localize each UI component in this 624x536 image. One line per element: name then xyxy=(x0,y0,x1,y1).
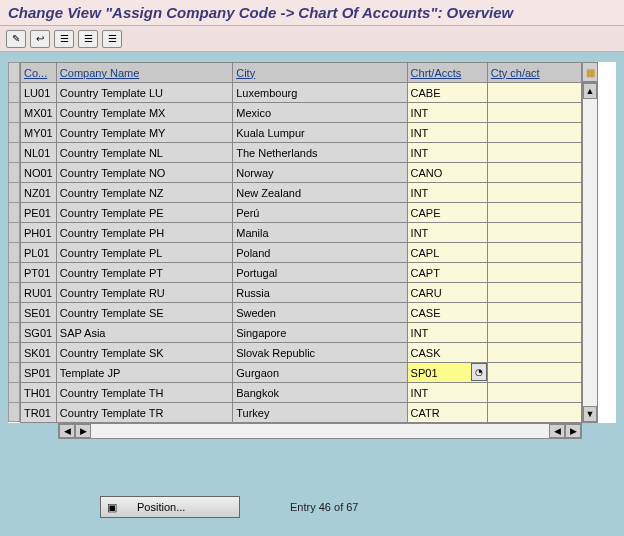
cell-code: MX01 xyxy=(21,103,57,123)
scroll-down-icon[interactable]: ▼ xyxy=(583,406,597,422)
cell-chart[interactable]: INT xyxy=(407,223,487,243)
scroll-left-icon[interactable]: ◀ xyxy=(59,424,75,438)
table-row: NO01Country Template NONorwayCANO xyxy=(21,163,582,183)
table-row: TH01Country Template THBangkokINT xyxy=(21,383,582,403)
cell-cty[interactable] xyxy=(487,143,581,163)
configure-columns-icon[interactable]: ▦ xyxy=(582,62,598,82)
row-selector[interactable] xyxy=(8,322,20,342)
cell-chart[interactable]: INT xyxy=(407,183,487,203)
cell-cty[interactable] xyxy=(487,363,581,383)
content-area: Co... Company Name City Chrt/Accts Cty c… xyxy=(0,52,624,536)
position-button[interactable]: ▣ Position... xyxy=(100,496,240,518)
row-selector[interactable] xyxy=(8,162,20,182)
cell-cty[interactable] xyxy=(487,343,581,363)
cell-cty[interactable] xyxy=(487,183,581,203)
row-selector[interactable] xyxy=(8,102,20,122)
cell-chart[interactable]: CAPL xyxy=(407,243,487,263)
scroll-track[interactable] xyxy=(583,99,597,406)
toolbar-select-all-icon[interactable]: ☰ xyxy=(54,30,74,48)
toolbar-undo-icon[interactable]: ↩ xyxy=(30,30,50,48)
cell-cty[interactable] xyxy=(487,103,581,123)
row-selector[interactable] xyxy=(8,302,20,322)
scroll-left2-icon[interactable]: ▶ xyxy=(75,424,91,438)
hscroll-track[interactable] xyxy=(91,424,549,438)
table-row: PL01Country Template PLPolandCAPL xyxy=(21,243,582,263)
cell-chart[interactable]: INT xyxy=(407,143,487,163)
cell-cty[interactable] xyxy=(487,283,581,303)
toolbar-edit-icon[interactable]: ✎ xyxy=(6,30,26,48)
scroll-right-icon[interactable]: ◀ xyxy=(549,424,565,438)
cell-chart[interactable]: CATR xyxy=(407,403,487,423)
cell-name: Country Template TH xyxy=(56,383,232,403)
cell-chart[interactable]: INT xyxy=(407,383,487,403)
table-row: MX01Country Template MXMexicoINT xyxy=(21,103,582,123)
row-selector[interactable] xyxy=(8,182,20,202)
row-selector[interactable] xyxy=(8,202,20,222)
row-selector[interactable] xyxy=(8,342,20,362)
cell-chart[interactable]: CANO xyxy=(407,163,487,183)
cell-name: Country Template NL xyxy=(56,143,232,163)
cell-city: New Zealand xyxy=(233,183,407,203)
cell-cty[interactable] xyxy=(487,123,581,143)
cell-city: Mexico xyxy=(233,103,407,123)
row-selector[interactable] xyxy=(8,122,20,142)
cell-code: PL01 xyxy=(21,243,57,263)
cell-cty[interactable] xyxy=(487,263,581,283)
cell-chart[interactable]: CAPE xyxy=(407,203,487,223)
row-selector[interactable] xyxy=(8,242,20,262)
cell-chart[interactable]: CABE xyxy=(407,83,487,103)
col-header-cty[interactable]: Cty ch/act xyxy=(487,63,581,83)
cell-code: PT01 xyxy=(21,263,57,283)
cell-cty[interactable] xyxy=(487,203,581,223)
cell-name: Country Template SE xyxy=(56,303,232,323)
table-row: SK01Country Template SKSlovak RepublicCA… xyxy=(21,343,582,363)
col-header-code[interactable]: Co... xyxy=(21,63,57,83)
cell-code: RU01 xyxy=(21,283,57,303)
scroll-right2-icon[interactable]: ▶ xyxy=(565,424,581,438)
row-selector[interactable] xyxy=(8,222,20,242)
scroll-up-icon[interactable]: ▲ xyxy=(583,83,597,99)
cell-code: NO01 xyxy=(21,163,57,183)
col-header-city[interactable]: City xyxy=(233,63,407,83)
cell-chart[interactable]: SP01◔ xyxy=(407,363,487,383)
row-selector[interactable] xyxy=(8,262,20,282)
toolbar-select-block-icon[interactable]: ☰ xyxy=(78,30,98,48)
cell-cty[interactable] xyxy=(487,383,581,403)
toolbar: ✎ ↩ ☰ ☰ ☰ xyxy=(0,26,624,52)
table-row: PH01Country Template PHManilaINT xyxy=(21,223,582,243)
cell-chart[interactable]: INT xyxy=(407,123,487,143)
cell-cty[interactable] xyxy=(487,323,581,343)
cell-chart[interactable]: CARU xyxy=(407,283,487,303)
col-header-chart[interactable]: Chrt/Accts xyxy=(407,63,487,83)
cell-cty[interactable] xyxy=(487,243,581,263)
cell-cty[interactable] xyxy=(487,303,581,323)
cell-chart[interactable]: CASK xyxy=(407,343,487,363)
cell-chart[interactable]: INT xyxy=(407,323,487,343)
cell-cty[interactable] xyxy=(487,403,581,423)
cell-cty[interactable] xyxy=(487,223,581,243)
table-row: NL01Country Template NLThe NetherlandsIN… xyxy=(21,143,582,163)
cell-cty[interactable] xyxy=(487,83,581,103)
row-selector[interactable] xyxy=(8,402,20,422)
right-controls: ▦ ▲ ▼ xyxy=(582,62,598,423)
row-selector[interactable] xyxy=(8,362,20,382)
row-selector[interactable] xyxy=(8,82,20,102)
row-selector-header[interactable] xyxy=(8,62,20,82)
col-header-name[interactable]: Company Name xyxy=(56,63,232,83)
position-icon: ▣ xyxy=(107,501,117,514)
cell-chart[interactable]: INT xyxy=(407,103,487,123)
cell-city: Slovak Republic xyxy=(233,343,407,363)
cell-chart[interactable]: CAPT xyxy=(407,263,487,283)
toolbar-deselect-icon[interactable]: ☰ xyxy=(102,30,122,48)
vertical-scrollbar[interactable]: ▲ ▼ xyxy=(582,82,598,423)
cell-code: NZ01 xyxy=(21,183,57,203)
row-selector[interactable] xyxy=(8,382,20,402)
value-help-icon[interactable]: ◔ xyxy=(471,363,487,381)
cell-name: Country Template TR xyxy=(56,403,232,423)
row-selector[interactable] xyxy=(8,142,20,162)
horizontal-scrollbar[interactable]: ◀ ▶ ◀ ▶ xyxy=(58,423,582,439)
cell-chart[interactable]: CASE xyxy=(407,303,487,323)
grid: Co... Company Name City Chrt/Accts Cty c… xyxy=(8,62,616,423)
row-selector[interactable] xyxy=(8,282,20,302)
cell-cty[interactable] xyxy=(487,163,581,183)
